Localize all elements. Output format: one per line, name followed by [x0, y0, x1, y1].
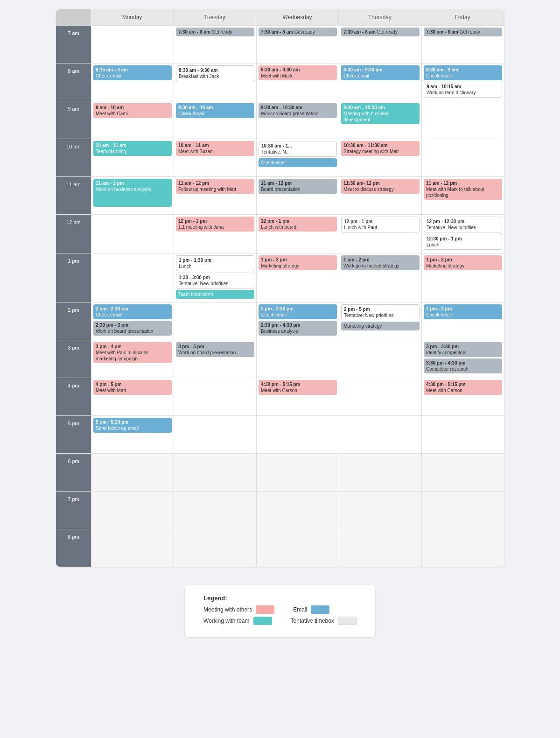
row-7pm: 7 pm	[56, 491, 504, 529]
legend-title: Legend:	[203, 595, 357, 602]
event[interactable]: 9:30 am - 10 amCheck email	[176, 103, 254, 118]
fri-10am	[421, 139, 504, 176]
time-2pm: 2 pm	[56, 302, 91, 340]
legend-email-label: Email	[293, 606, 307, 613]
row-8pm: 8 pm	[56, 529, 504, 567]
check-email-event[interactable]: Check email	[259, 158, 337, 167]
mon-8pm	[91, 529, 174, 567]
event[interactable]: 3:30 pm - 4:30 pmCompetitor research	[424, 358, 502, 373]
thu-11am: 11:30 am- 12 pmMeet to discuss strategy	[339, 177, 421, 214]
wed-5pm	[256, 416, 339, 453]
event[interactable]: 11 am - 12 pmFollow up meeting with Matt	[176, 179, 254, 194]
event[interactable]: 11:30 am- 12 pmMeet to discuss strategy	[341, 179, 420, 194]
time-10am: 10 am	[56, 139, 91, 176]
wed-9am: 9:30 am - 10:30 amWork on board presenta…	[256, 101, 339, 139]
event[interactable]: 1 pm - 2 pmWork go to market strategy	[341, 255, 420, 270]
mon-5pm: 5 pm - 5:30 pmSend follow up email	[91, 416, 174, 453]
event[interactable]: 8:30 am - 9:30 amBreakfast with Jack	[176, 65, 254, 81]
event[interactable]: 8:30 am - 9 amCheck email	[424, 65, 502, 80]
fri-9am	[421, 101, 504, 139]
event[interactable]: 1 pm - 2 pmMarketing strategy	[259, 255, 337, 270]
event[interactable]: Marketing strategy	[341, 322, 420, 330]
row-11am: 11 am 11 am - 2 pmWork on business analy…	[56, 176, 504, 214]
event[interactable]: 3 pm - 3:30 pmIdentify competitors	[424, 342, 502, 357]
event[interactable]: 3 pm - 5 pmWork on board presentation	[176, 342, 254, 357]
wed-1pm: 1 pm - 2 pmMarketing strategy	[256, 253, 339, 302]
event[interactable]: 9:30 am - 10:30 amMeeting with business …	[341, 103, 420, 124]
event[interactable]: 4:30 pm - 5:15 pmMeet with Carson	[424, 380, 502, 395]
thu-4pm	[339, 378, 421, 415]
event[interactable]: 2:30 pm - 3 pmWork on board presentation	[93, 321, 172, 336]
event[interactable]: 11 am - 12 pmMeet with Mark to talk abou…	[424, 179, 502, 200]
event[interactable]: 2 pm - 5 pmTentative: New priorities	[341, 304, 420, 320]
time-7am: 7 am	[56, 26, 91, 63]
event[interactable]: 10 am - 11 amTeam planning	[93, 141, 172, 156]
event[interactable]: 7:30 am - 8 am Get ready	[259, 28, 337, 36]
wed-10am: 10:30 am - 1...Tentative: N... Check ema…	[256, 139, 339, 176]
event[interactable]: 1 pm - 1:30 pmLunch	[176, 255, 254, 271]
event[interactable]: 9:30 am - 10:30 amWork on board presenta…	[259, 103, 337, 118]
wed-8pm	[256, 529, 339, 567]
event[interactable]: 9 am - 10:15 amWork on term dictionary	[424, 82, 502, 98]
fri-7pm	[421, 492, 504, 529]
event[interactable]: 9 am - 10 amMeet with Cami	[93, 103, 172, 118]
tue-8pm	[174, 529, 256, 567]
event[interactable]: 12 pm - 12:30 pmTentative: New prioritie…	[424, 217, 502, 232]
event[interactable]: 2 pm - 3 pmCheck email	[424, 304, 502, 319]
event[interactable]: 4:30 pm - 5:15 pmMeet with Carson	[259, 380, 337, 395]
row-9am: 9 am 9 am - 10 amMeet with Cami 9:30 am …	[56, 101, 504, 139]
time-6pm: 6 pm	[56, 454, 91, 491]
thu-7pm	[339, 492, 421, 529]
time-12pm: 12 pm	[56, 215, 91, 253]
legend-container: Legend: Meeting with others Email Workin…	[0, 576, 560, 647]
event[interactable]: 10:30 am - 1...Tentative: N...	[259, 141, 337, 157]
event[interactable]: 12 pm - 1 pm1:1 meeting with Jana	[176, 217, 254, 232]
team-brainstorm-event[interactable]: Team brainstorm	[176, 290, 254, 299]
row-3pm: 3 pm 3 pm - 4 pmMeet with Paul to discus…	[56, 340, 504, 378]
tue-11am: 11 am - 12 pmFollow up meeting with Matt	[174, 177, 256, 214]
event[interactable]: 11 am - 12 pmBoard presentation	[259, 179, 337, 194]
event[interactable]: 10:30 am - 11:30 amStrategy meeting with…	[341, 141, 420, 156]
tue-6pm	[174, 454, 256, 491]
business-analysis-event[interactable]: 2:30 pm - 4:30 pmBusiness analysis	[259, 321, 337, 336]
event[interactable]: 8:30 am - 9:30 amMeet with Mark	[259, 65, 337, 80]
time-8pm: 8 pm	[56, 529, 91, 567]
event[interactable]: 2 pm - 2:30 pmCheck email	[259, 304, 337, 319]
event[interactable]: 12:30 pm - 1 pmLunch	[424, 234, 502, 250]
mon-2pm: 2 pm - 2:30 pmCheck email 2:30 pm - 3 pm…	[91, 302, 174, 340]
event[interactable]: 7:30 am - 8 am Get ready	[424, 28, 502, 36]
event[interactable]: 3 pm - 4 pmMeet with Paul to discuss mar…	[93, 342, 172, 363]
legend-meeting-label: Meeting with others	[203, 606, 252, 613]
mon-11am: 11 am - 2 pmWork on business analysis	[91, 177, 174, 214]
event[interactable]: 8:30 am - 9:30 amCheck email	[341, 65, 420, 80]
legend-row-1: Meeting with others Email	[203, 605, 357, 614]
fri-3pm: 3 pm - 3:30 pmIdentify competitors 3:30 …	[421, 340, 504, 378]
mon-8am: 8:15 am - 9 amCheck email	[91, 63, 174, 101]
event[interactable]: 1 pm - 2 pmMarketing strategy	[424, 255, 502, 270]
wed-6pm	[256, 454, 339, 491]
event[interactable]: 4 pm - 5 pmMeet with Matt	[93, 380, 172, 395]
header-time	[56, 9, 91, 25]
header-thursday: Thursday	[339, 9, 421, 25]
event[interactable]: 12 pm - 1 pmLunch with board	[259, 217, 337, 232]
event[interactable]: 10 am - 11 amMeet with Susan	[176, 141, 254, 156]
header-monday: Monday	[91, 9, 174, 25]
header-wednesday: Wednesday	[256, 9, 339, 25]
event[interactable]: 11 am - 2 pmWork on business analysis	[93, 179, 172, 207]
event[interactable]: 12 pm - 1 pmLunch with Paul	[341, 217, 420, 232]
event[interactable]: 7:30 am - 8 am Get ready	[341, 28, 420, 36]
thu-12pm: 12 pm - 1 pmLunch with Paul	[339, 215, 421, 253]
row-1pm: 1 pm 1 pm - 1:30 pmLunch 1:30 - 3:00 pmT…	[56, 253, 504, 302]
tue-3pm: 3 pm - 5 pmWork on board presentation	[174, 340, 256, 378]
event[interactable]: 5 pm - 5:30 pmSend follow up email	[93, 418, 172, 433]
tue-7pm	[174, 492, 256, 529]
event[interactable]: 2 pm - 2:30 pmCheck email	[93, 304, 172, 319]
event[interactable]: 1:30 - 3:00 pmTentative: New priorities	[176, 273, 254, 288]
event[interactable]: 8:15 am - 9 amCheck email	[93, 65, 172, 80]
mon-4pm: 4 pm - 5 pmMeet with Matt	[91, 378, 174, 415]
time-9am: 9 am	[56, 101, 91, 139]
event[interactable]: 7:30 am - 8 am Get ready	[176, 28, 254, 36]
row-10am: 10 am 10 am - 11 amTeam planning 10 am -…	[56, 139, 504, 176]
mon-12pm	[91, 215, 174, 253]
header-friday: Friday	[421, 9, 504, 25]
